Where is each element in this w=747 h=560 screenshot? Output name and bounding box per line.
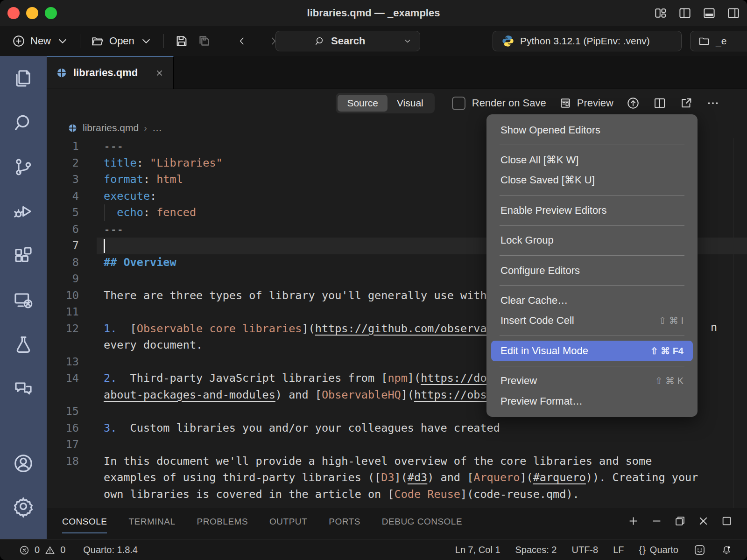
code-line[interactable]: 163. Custom libraries you and/or your co… <box>47 420 747 437</box>
restore-panel-icon[interactable] <box>674 515 686 527</box>
more-actions-icon[interactable] <box>706 96 720 110</box>
maximize-panel-icon[interactable] <box>720 515 733 527</box>
sidebar-item-account[interactable] <box>12 452 35 475</box>
menu-item-label: Clear Cache… <box>500 294 684 307</box>
code-line-text <box>96 438 104 451</box>
line-number: 18 <box>47 453 96 470</box>
sidebar-item-debug[interactable] <box>12 200 35 223</box>
sidebar-item-search[interactable] <box>12 112 35 134</box>
encoding[interactable]: UTF-8 <box>571 545 598 555</box>
warnings-count[interactable]: 0 <box>60 545 65 555</box>
code-line[interactable]: 17 <box>47 436 747 453</box>
code-line-text: about-packages-and-modules) and [Observa… <box>96 388 487 401</box>
menu-item-close-all-k-w[interactable]: Close All [⌘K W] <box>491 150 693 170</box>
back-icon[interactable] <box>236 35 248 47</box>
menu-item-configure-editors[interactable]: Configure Editors <box>491 260 693 280</box>
render-on-save-checkbox[interactable] <box>452 97 465 110</box>
menu-item-preview[interactable]: Preview⇧ ⌘ K <box>491 371 693 391</box>
search-input[interactable]: Search <box>275 31 420 51</box>
breadcrumb-file[interactable]: libraries.qmd <box>83 122 139 133</box>
menu-item-close-saved-k-u[interactable]: Close Saved [⌘K U] <box>491 170 693 190</box>
publish-icon[interactable] <box>626 96 640 110</box>
customize-layout-icon[interactable] <box>654 6 668 20</box>
quarto-file-icon <box>68 123 78 133</box>
source-mode-button[interactable]: Source <box>338 95 388 112</box>
sidebar-item-extensions[interactable] <box>12 245 35 267</box>
tab-libraries-qmd[interactable]: libraries.qmd <box>47 56 174 89</box>
sidebar-item-remote[interactable] <box>12 289 35 311</box>
eol-sequence[interactable]: LF <box>613 545 624 555</box>
panel-tab-terminal[interactable]: TERMINAL <box>128 508 175 533</box>
menu-separator <box>500 285 684 286</box>
minimize-panel-icon[interactable] <box>650 515 663 527</box>
language-mode[interactable]: {} Quarto <box>639 545 678 555</box>
close-tab-icon[interactable] <box>155 69 164 77</box>
status-bar: 0 0 Quarto: 1.8.4 Ln 7, Col 1 Spaces: 2 … <box>0 539 747 560</box>
folder-open-icon <box>91 34 105 48</box>
tab-strip: libraries.qmd <box>47 56 747 89</box>
line-number: 3 <box>47 171 96 188</box>
cursor-position[interactable]: Ln 7, Col 1 <box>455 545 500 555</box>
new-button[interactable]: New <box>12 34 70 48</box>
save-all-icon[interactable] <box>197 33 212 49</box>
braces-icon: {} <box>639 545 646 555</box>
code-line-text: In this document we'll provide a high-le… <box>96 455 652 468</box>
menu-item-edit-in-visual-mode[interactable]: Edit in Visual Mode⇧ ⌘ F4 <box>491 341 693 361</box>
errors-icon <box>19 545 30 556</box>
code-line-text <box>96 272 104 285</box>
line-number: 8 <box>47 254 96 271</box>
menu-item-insert-code-cell[interactable]: Insert Code Cell⇧ ⌘ I <box>491 311 693 331</box>
errors-count[interactable]: 0 <box>35 545 40 555</box>
breadcrumb-chevron: › <box>144 123 147 133</box>
sidebar-item-files[interactable] <box>12 67 35 90</box>
project-button[interactable]: _e <box>690 31 747 51</box>
save-icon[interactable] <box>174 34 189 49</box>
quarto-file-icon <box>56 67 67 78</box>
notifications-bell-icon[interactable] <box>721 545 732 556</box>
menu-item-enable-preview-editors[interactable]: Enable Preview Editors <box>491 200 693 220</box>
code-line[interactable]: examples of using third-party libraries … <box>47 469 747 486</box>
line-number: 12 <box>47 321 96 337</box>
preview-button[interactable]: Preview <box>559 97 613 110</box>
menu-item-lock-group[interactable]: Lock Group <box>491 231 693 251</box>
menu-item-shortcut: ⇧ ⌘ K <box>655 375 684 386</box>
menu-item-show-opened-editors[interactable]: Show Opened Editors <box>491 120 693 140</box>
code-line[interactable]: own libraries is covered in the article … <box>47 486 747 503</box>
menu-item-preview-format[interactable]: Preview Format… <box>491 391 693 411</box>
folder-icon <box>698 35 710 47</box>
account-icon <box>12 452 35 475</box>
panel-tab-output[interactable]: OUTPUT <box>269 508 307 533</box>
sidebar-item-settings-gear[interactable] <box>12 495 35 518</box>
panel-tab-problems[interactable]: PROBLEMS <box>197 508 248 533</box>
chat-icon <box>12 378 35 400</box>
line-number: 16 <box>47 420 96 437</box>
search-label: Search <box>331 35 403 47</box>
toggle-right-sidebar-icon[interactable] <box>726 6 740 20</box>
open-in-new-window-icon[interactable] <box>679 96 693 110</box>
code-line[interactable]: 18In this document we'll provide a high-… <box>47 453 747 470</box>
close-panel-icon[interactable] <box>697 515 710 527</box>
menu-item-clear-cache[interactable]: Clear Cache… <box>491 290 693 310</box>
sidebar-item-flask[interactable] <box>12 333 35 356</box>
sidebar-item-source-control[interactable] <box>12 156 35 178</box>
open-button-label: Open <box>109 35 134 47</box>
new-button-label: New <box>30 35 51 47</box>
split-editor-icon[interactable] <box>653 96 667 110</box>
open-button[interactable]: Open <box>91 34 153 48</box>
panel-tab-ports[interactable]: PORTS <box>329 508 360 533</box>
visual-mode-button[interactable]: Visual <box>388 95 433 112</box>
titlebar: libraries.qmd — _examples <box>0 0 747 26</box>
new-console-icon[interactable] <box>627 515 640 527</box>
indentation[interactable]: Spaces: 2 <box>515 545 557 555</box>
toggle-left-sidebar-icon[interactable] <box>678 6 692 20</box>
panel-tab-debug-console[interactable]: DEBUG CONSOLE <box>382 508 462 533</box>
quarto-version[interactable]: Quarto: 1.8.4 <box>83 545 138 555</box>
interpreter-selector[interactable]: Python 3.12.1 (PipEnv: .venv) <box>493 31 682 51</box>
feedback-smiley-icon[interactable] <box>693 544 706 556</box>
toggle-panel-icon[interactable] <box>702 6 716 20</box>
breadcrumb-more[interactable]: … <box>152 122 163 133</box>
sidebar-item-chat[interactable] <box>12 378 35 400</box>
code-line-text: format: html <box>96 173 183 186</box>
panel-tab-console[interactable]: CONSOLE <box>62 508 107 533</box>
code-line-text: examples of using third-party libraries … <box>96 471 698 484</box>
